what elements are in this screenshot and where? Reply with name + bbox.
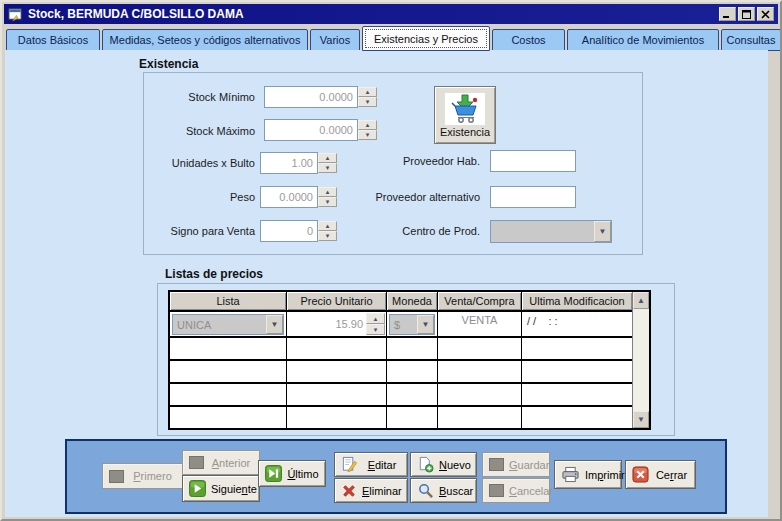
table-row-empty [170, 336, 632, 359]
scroll-down-icon[interactable]: ▼ [633, 411, 649, 428]
table-cell [170, 384, 287, 405]
table-cell [170, 407, 287, 428]
arrow-down-icon[interactable]: ▾ [358, 97, 377, 107]
close-box-icon [632, 466, 649, 483]
tab-costos[interactable]: Costos [492, 29, 565, 51]
close-button[interactable] [757, 7, 774, 21]
proveedor-alt-input[interactable] [490, 186, 576, 208]
arrow-up-icon[interactable]: ▴ [358, 120, 377, 130]
price-list-table: Lista Precio Unitario Moneda Venta/Compr… [168, 290, 651, 430]
precio-spinner[interactable]: ▴▾ [366, 313, 385, 335]
edit-page-icon [341, 456, 358, 473]
scroll-up-icon[interactable]: ▲ [633, 292, 649, 309]
table-cell [387, 407, 438, 428]
tab-analitico[interactable]: Analítico de Movimientos [567, 29, 719, 51]
anterior-button: Anterior [182, 450, 260, 475]
scrollbar-track[interactable] [633, 309, 649, 411]
table-cell [287, 361, 387, 382]
play-next-icon [189, 480, 206, 497]
cerrar-button[interactable]: Cerrar [625, 460, 696, 489]
existencia-button[interactable]: Existencia [434, 86, 496, 144]
stock-minimo-input[interactable]: 0.0000 [264, 86, 358, 108]
table-row-empty [170, 359, 632, 382]
table-cell [522, 338, 632, 359]
tab-existencias-y-precios[interactable]: Existencias y Precios [362, 26, 490, 51]
table-cell [438, 384, 522, 405]
column-header-ultima-modificacion: Ultima Modificacion [522, 292, 632, 310]
nuevo-button[interactable]: Nuevo [410, 452, 477, 477]
cart-download-icon [445, 93, 485, 125]
window-title: Stock, BERMUDA C/BOLSILLO DAMA [28, 7, 244, 21]
chevron-down-icon[interactable]: ▼ [417, 315, 434, 334]
app-window: Stock, BERMUDA C/BOLSILLO DAMA Datos Bás… [0, 0, 782, 521]
skip-end-icon [265, 465, 282, 482]
tab-page-existencias: Existencia Stock Mínimo 0.0000 ▴▾ Stock … [5, 50, 768, 517]
imprimir-button[interactable]: Imprimir [554, 460, 622, 489]
stock-maximo-spinner[interactable]: ▴▾ [358, 120, 377, 140]
table-cell [438, 361, 522, 382]
title-bar: Stock, BERMUDA C/BOLSILLO DAMA [4, 4, 778, 24]
editar-button[interactable]: Editar [334, 452, 408, 477]
existencia-button-label: Existencia [440, 126, 490, 138]
tab-strip: Datos Básicos Medidas, Seteos y códigos … [6, 26, 781, 51]
disabled-square-icon [489, 484, 504, 497]
eliminar-button[interactable]: Eliminar [334, 478, 408, 503]
lista-value: UNICA [173, 319, 266, 331]
table-cell [522, 407, 632, 428]
disabled-square-icon [109, 470, 124, 483]
siguiente-button[interactable]: Siguiente [182, 475, 260, 502]
cell-precio: 15.90 ▴▾ [287, 312, 387, 336]
table-cell [387, 361, 438, 382]
form-icon [8, 7, 23, 22]
arrow-down-icon[interactable]: ▾ [358, 130, 377, 140]
table-row: UNICA ▼ 15.90 ▴▾ $ ▼ [170, 310, 632, 336]
tab-consultas[interactable]: Consultas [721, 29, 781, 51]
tab-medidas[interactable]: Medidas, Seteos y códigos alternativos [102, 29, 308, 51]
proveedor-hab-label: Proveedor Hab. [295, 155, 480, 167]
printer-icon [561, 466, 580, 483]
arrow-up-icon[interactable]: ▴ [358, 87, 377, 97]
unidades-bulto-label: Unidades x Bulto [65, 157, 255, 169]
disabled-square-icon [489, 458, 504, 471]
new-page-icon [417, 456, 434, 473]
table-cell [287, 407, 387, 428]
cell-lista: UNICA ▼ [170, 312, 287, 336]
table-header-row: Lista Precio Unitario Moneda Venta/Compr… [170, 292, 632, 310]
primero-button: Primero [102, 463, 183, 489]
table-cell [170, 361, 287, 382]
disabled-square-icon [189, 456, 204, 469]
stock-minimo-spinner[interactable]: ▴▾ [358, 87, 377, 107]
moneda-dropdown[interactable]: $ ▼ [389, 314, 435, 335]
minimize-button[interactable] [719, 7, 736, 21]
cancelar-button: Cancelar [482, 478, 550, 503]
arrow-up-icon[interactable]: ▴ [366, 313, 385, 324]
cell-venta-compra: VENTA [438, 312, 522, 336]
buscar-button[interactable]: Buscar [410, 478, 477, 503]
column-header-precio: Precio Unitario [287, 292, 387, 310]
proveedor-hab-input[interactable] [490, 150, 576, 172]
maximize-button[interactable] [738, 7, 755, 21]
arrow-down-icon[interactable]: ▾ [366, 324, 385, 335]
signo-venta-label: Signo para Venta [65, 225, 255, 237]
table-row-empty [170, 405, 632, 428]
magnifier-icon [417, 482, 434, 499]
lista-dropdown[interactable]: UNICA ▼ [172, 314, 284, 335]
centro-prod-label: Centro de Prod. [295, 225, 480, 237]
chevron-down-icon[interactable]: ▼ [266, 315, 283, 334]
listas-group-label: Listas de precios [165, 267, 263, 281]
table-cell [287, 338, 387, 359]
chevron-down-icon[interactable]: ▼ [594, 221, 611, 242]
cell-ultima-modificacion: / / : : [522, 312, 632, 336]
stock-maximo-input[interactable]: 0.0000 [264, 119, 358, 141]
table-cell [438, 338, 522, 359]
ultimo-button[interactable]: Último [258, 460, 326, 487]
tab-datos-basicos[interactable]: Datos Básicos [6, 29, 100, 51]
centro-prod-dropdown[interactable]: ▼ [490, 220, 612, 243]
table-cell [387, 384, 438, 405]
table-scrollbar[interactable]: ▲ ▼ [632, 292, 649, 428]
precio-value[interactable]: 15.90 [287, 312, 366, 336]
column-header-venta-compra: Venta/Compra [438, 292, 522, 310]
stock-minimo-label: Stock Mínimo [65, 91, 255, 103]
table-cell [170, 338, 287, 359]
tab-varios[interactable]: Varios [310, 29, 360, 51]
